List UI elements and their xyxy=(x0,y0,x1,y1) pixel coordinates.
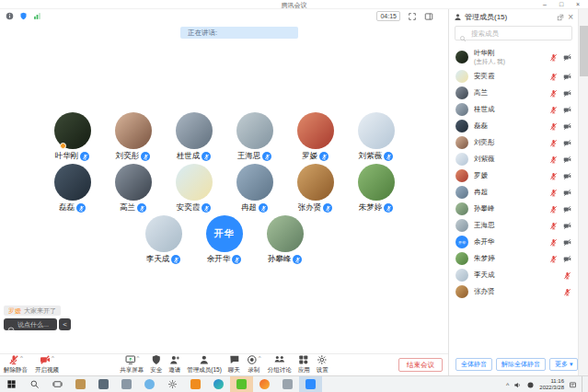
participant-tile[interactable]: 罗嫒 xyxy=(285,112,346,164)
apps-button[interactable]: 应用 xyxy=(298,354,310,375)
mic-muted-icon[interactable] xyxy=(549,238,558,247)
member-row[interactable]: 罗嫒 xyxy=(449,167,578,184)
mic-muted-icon[interactable] xyxy=(549,255,558,263)
member-row[interactable]: 刘奕彤 xyxy=(449,134,578,151)
taskbar-calculator[interactable] xyxy=(92,376,115,392)
mic-muted-icon[interactable] xyxy=(549,222,558,230)
member-row[interactable]: 高兰 xyxy=(449,85,578,101)
taskbar-meeting[interactable] xyxy=(299,376,322,392)
taskbar-edge[interactable] xyxy=(207,376,230,392)
action-center-icon[interactable] xyxy=(569,381,577,389)
chevron-up-icon[interactable]: ^ xyxy=(52,355,54,361)
chevron-up-icon[interactable]: ^ xyxy=(136,355,139,361)
panel-close-icon[interactable]: × xyxy=(568,13,573,22)
member-search-box[interactable] xyxy=(455,26,572,40)
camera-off-icon[interactable] xyxy=(563,156,571,164)
member-row[interactable]: 磊磊 xyxy=(449,118,578,134)
mute-all-button[interactable]: 全体静音 xyxy=(455,358,492,371)
camera-off-icon[interactable] xyxy=(563,122,571,131)
mic-muted-icon[interactable] xyxy=(549,205,558,213)
mic-muted-icon[interactable] xyxy=(549,53,558,62)
settings-button[interactable]: 设置 xyxy=(317,354,329,375)
taskbar-orange-app[interactable] xyxy=(184,376,207,392)
participant-tile[interactable]: 王海思 xyxy=(225,112,285,164)
volume-icon[interactable] xyxy=(513,381,522,389)
mic-muted-icon[interactable] xyxy=(549,73,558,81)
camera-off-icon[interactable] xyxy=(563,222,571,230)
share-screen-button[interactable]: ^共享屏幕 xyxy=(120,354,144,375)
mic-muted-icon[interactable] xyxy=(549,139,558,147)
member-row[interactable]: 安奕霞 xyxy=(449,68,578,85)
member-row[interactable]: 桂世成 xyxy=(449,101,578,118)
signal-icon[interactable] xyxy=(33,12,41,20)
start-video-button[interactable]: ^开启视频 xyxy=(35,354,59,375)
fullscreen-icon[interactable] xyxy=(408,12,417,21)
more-button[interactable]: 更多 ▾ xyxy=(549,358,578,371)
participant-tile[interactable]: 磊磊 xyxy=(42,164,103,215)
participant-tile[interactable]: 桂世成 xyxy=(164,112,225,164)
mic-muted-icon[interactable] xyxy=(549,122,558,131)
camera-off-icon[interactable] xyxy=(563,73,571,81)
record-button[interactable]: ^录制 xyxy=(247,354,261,375)
chat-input[interactable]: 说点什么... xyxy=(4,318,57,330)
chevron-up-icon[interactable]: ^ xyxy=(259,355,261,361)
window-titlebar[interactable]: 腾讯会议 – □ × xyxy=(0,0,588,9)
mic-muted-icon[interactable] xyxy=(549,156,558,164)
taskbar-search[interactable] xyxy=(23,376,46,392)
info-icon[interactable] xyxy=(6,12,14,20)
mic-muted-icon[interactable] xyxy=(549,189,558,197)
member-row[interactable]: 朱梦婷 xyxy=(449,250,578,267)
camera-off-icon[interactable] xyxy=(563,238,571,247)
chat-button[interactable]: 聊天 xyxy=(228,354,240,375)
camera-off-icon[interactable] xyxy=(563,106,571,114)
taskbar-start[interactable] xyxy=(0,376,23,392)
member-row[interactable]: 刘紫薇 xyxy=(449,151,578,167)
camera-off-icon[interactable] xyxy=(563,172,571,180)
participant-tile[interactable]: 安奕霞 xyxy=(164,164,225,215)
taskbar-browser[interactable] xyxy=(138,376,161,392)
participant-tile[interactable]: 张办贤 xyxy=(285,164,346,215)
taskbar-app-window[interactable] xyxy=(115,376,138,392)
member-row[interactable]: 张办贤 xyxy=(449,283,578,300)
tray-chevron-up-icon[interactable]: ^ xyxy=(506,382,509,388)
end-meeting-button[interactable]: 结束会议 xyxy=(398,358,443,372)
member-row[interactable]: 孙攀峰 xyxy=(449,201,578,217)
participant-tile[interactable]: 李天成 xyxy=(133,215,194,267)
camera-off-icon[interactable] xyxy=(563,139,571,147)
mic-muted-icon[interactable] xyxy=(549,106,558,114)
taskbar-settings[interactable] xyxy=(161,376,184,392)
minimize-button[interactable]: – xyxy=(536,0,553,9)
chat-collapse-button[interactable]: < xyxy=(59,318,71,330)
chevron-up-icon[interactable]: ^ xyxy=(20,355,23,361)
camera-off-icon[interactable] xyxy=(563,53,571,62)
member-search-input[interactable] xyxy=(469,29,568,39)
participant-tile[interactable]: 开华余开华 xyxy=(194,215,255,267)
camera-off-icon[interactable] xyxy=(563,255,571,263)
security-button[interactable]: 安全 xyxy=(150,354,162,375)
participant-tile[interactable]: 孙攀峰 xyxy=(255,215,316,267)
mic-muted-icon[interactable] xyxy=(549,172,558,180)
taskbar-wechat[interactable] xyxy=(230,376,253,392)
camera-off-icon[interactable] xyxy=(563,89,571,98)
manage-members-button[interactable]: 管理成员(15) xyxy=(187,354,222,375)
member-row[interactable]: 开华余开华 xyxy=(449,234,578,250)
participant-tile[interactable]: 刘紫薇 xyxy=(346,112,407,164)
invite-button[interactable]: 邀请 xyxy=(168,354,180,375)
close-button[interactable]: × xyxy=(570,0,586,9)
layout-icon[interactable] xyxy=(424,12,433,21)
mic-muted-icon[interactable] xyxy=(563,271,571,280)
member-row[interactable]: 冉超 xyxy=(449,184,578,201)
taskbar-file-explorer[interactable] xyxy=(69,376,92,392)
member-row[interactable]: 叶华刚(主持人, 我) xyxy=(449,46,578,68)
participant-tile[interactable]: 高兰 xyxy=(103,164,164,215)
shield-icon[interactable] xyxy=(19,12,28,20)
smiley-icon[interactable] xyxy=(7,321,15,329)
unmute-all-button[interactable]: 解除全体静音 xyxy=(496,358,546,371)
camera-off-icon[interactable] xyxy=(563,189,571,197)
show-desktop-button[interactable] xyxy=(582,376,584,392)
mic-muted-icon[interactable] xyxy=(549,89,558,98)
member-row[interactable]: 李天成 xyxy=(449,267,578,283)
taskbar-pen-app[interactable] xyxy=(276,376,299,392)
ime-icon[interactable] xyxy=(526,381,535,389)
scrollbar-thumb[interactable] xyxy=(580,26,588,76)
